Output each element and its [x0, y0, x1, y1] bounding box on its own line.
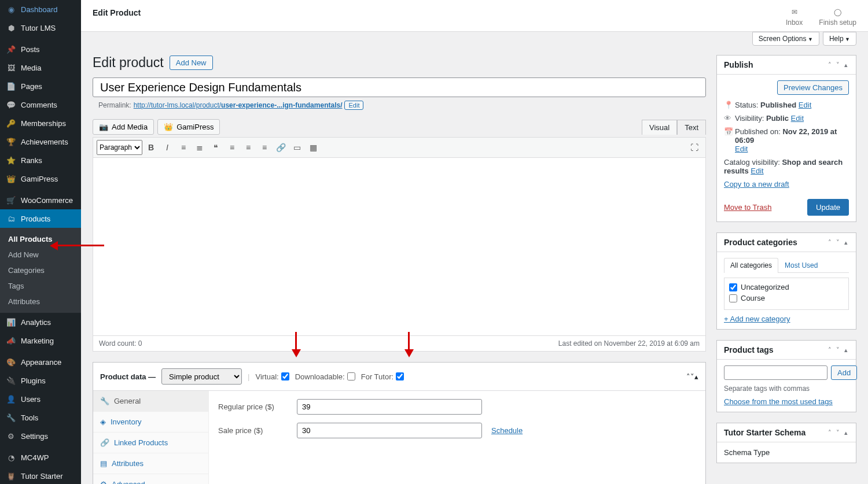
- sidebar-item-products[interactable]: 🗂Products: [0, 209, 81, 228]
- text-tab[interactable]: Text: [677, 120, 706, 135]
- box-up-icon[interactable]: ˄: [827, 429, 833, 437]
- sidebar-item-dashboard[interactable]: ◉Dashboard: [0, 0, 81, 19]
- box-down-icon[interactable]: ˅: [690, 372, 694, 381]
- sidebar-item-gamipress[interactable]: 👑GamiPress: [0, 169, 81, 188]
- sidebar-item-ranks[interactable]: ⭐Ranks: [0, 151, 81, 169]
- submenu-all-products[interactable]: All Products: [0, 231, 81, 247]
- box-toggle-icon[interactable]: ▴: [843, 346, 849, 354]
- align-right-button[interactable]: ≡: [257, 140, 272, 155]
- ul-button[interactable]: ≡: [176, 140, 191, 155]
- add-new-category-link[interactable]: + Add new category: [724, 315, 790, 323]
- catalog-edit-link[interactable]: Edit: [751, 167, 763, 175]
- most-used-tab[interactable]: Most Used: [778, 258, 824, 272]
- box-toggle-icon[interactable]: ▴: [843, 429, 849, 437]
- date-edit-link[interactable]: Edit: [735, 145, 748, 153]
- schedule-link[interactable]: Schedule: [491, 426, 523, 435]
- box-toggle-icon[interactable]: ▴: [694, 372, 698, 381]
- submenu-attributes[interactable]: Attributes: [0, 294, 81, 309]
- downloadable-checkbox[interactable]: [347, 372, 355, 380]
- sidebar-item-media[interactable]: 🖼Media: [0, 58, 81, 77]
- copy-draft-link[interactable]: Copy to a new draft: [724, 180, 789, 189]
- inbox-button[interactable]: ✉Inbox: [786, 8, 803, 27]
- sidebar-submenu-products: All Products Add New Categories Tags Att…: [0, 228, 81, 313]
- tag-add-button[interactable]: Add: [831, 365, 857, 380]
- permalink-edit-button[interactable]: Edit: [344, 101, 363, 110]
- sidebar-item-comments[interactable]: 💬Comments: [0, 95, 81, 114]
- tag-input[interactable]: [724, 365, 827, 380]
- align-center-button[interactable]: ≡: [241, 140, 256, 155]
- pd-tab-general[interactable]: 🔧General: [93, 391, 208, 412]
- visual-tab[interactable]: Visual: [642, 120, 677, 135]
- update-button[interactable]: Update: [807, 199, 849, 216]
- sidebar-item-tools[interactable]: 🔧Tools: [0, 408, 81, 427]
- trash-link[interactable]: Move to Trash: [724, 203, 771, 212]
- toolbar-toggle-button[interactable]: ▦: [306, 140, 321, 155]
- sidebar-item-analytics[interactable]: 📊Analytics: [0, 313, 81, 331]
- sidebar-item-memberships[interactable]: 🔑Memberships: [0, 114, 81, 132]
- gamipress-button[interactable]: 👑GamiPress: [157, 119, 220, 135]
- sidebar-item-appearance[interactable]: 🎨Appearance: [0, 353, 81, 371]
- regular-price-input[interactable]: [297, 399, 482, 415]
- box-down-icon[interactable]: ˅: [835, 346, 841, 354]
- add-media-button[interactable]: 📷Add Media: [93, 119, 154, 135]
- visibility-edit-link[interactable]: Edit: [791, 114, 804, 123]
- box-toggle-icon[interactable]: ▴: [843, 239, 849, 246]
- for-tutor-checkbox[interactable]: [396, 372, 404, 380]
- add-new-button[interactable]: Add New: [170, 56, 213, 70]
- pd-tab-advanced[interactable]: ⚙Advanced: [93, 474, 208, 484]
- box-up-icon[interactable]: ˄: [827, 346, 833, 354]
- bold-button[interactable]: B: [144, 140, 159, 155]
- preview-button[interactable]: Preview Changes: [777, 80, 849, 95]
- sidebar-item-tutor-starter[interactable]: 🦉Tutor Starter: [0, 467, 81, 484]
- pd-tab-attributes[interactable]: ▤Attributes: [93, 453, 208, 474]
- box-down-icon[interactable]: ˅: [835, 239, 841, 246]
- box-toggle-icon[interactable]: ▴: [843, 61, 849, 69]
- category-item-course[interactable]: Course: [729, 294, 844, 302]
- publish-title: Publish: [724, 60, 753, 69]
- sidebar-item-marketing[interactable]: 📣Marketing: [0, 331, 81, 350]
- sidebar-item-pages[interactable]: 📄Pages: [0, 77, 81, 95]
- box-down-icon[interactable]: ˅: [835, 61, 841, 69]
- product-type-select[interactable]: Simple product: [161, 368, 242, 385]
- all-categories-tab[interactable]: All categories: [724, 258, 778, 273]
- box-up-icon[interactable]: ˄: [827, 61, 833, 69]
- submenu-tags[interactable]: Tags: [0, 278, 81, 294]
- readmore-button[interactable]: ▭: [289, 140, 304, 155]
- circle-icon: ◯: [834, 8, 841, 16]
- sidebar-item-woocommerce[interactable]: 🛒WooCommerce: [0, 191, 81, 209]
- sidebar-item-posts[interactable]: 📌Posts: [0, 40, 81, 58]
- link-button[interactable]: 🔗: [273, 140, 288, 155]
- product-title-input[interactable]: [93, 77, 706, 97]
- pd-tab-linked[interactable]: 🔗Linked Products: [93, 433, 208, 453]
- sale-price-input[interactable]: [297, 423, 482, 438]
- finish-setup-button[interactable]: ◯Finish setup: [819, 8, 856, 27]
- submenu-add-new[interactable]: Add New: [0, 247, 81, 263]
- choose-tags-link[interactable]: Choose from the most used tags: [724, 397, 833, 406]
- virtual-checkbox[interactable]: [281, 372, 289, 380]
- permalink-link[interactable]: http://tutor-lms.local/product/user-expe…: [134, 101, 343, 109]
- sidebar-item-plugins[interactable]: 🔌Plugins: [0, 371, 81, 390]
- category-checkbox[interactable]: [729, 283, 737, 291]
- status-edit-link[interactable]: Edit: [799, 101, 811, 109]
- submenu-categories[interactable]: Categories: [0, 263, 81, 278]
- align-left-button[interactable]: ≡: [225, 140, 240, 155]
- quote-button[interactable]: ❝: [208, 140, 223, 155]
- pd-tab-inventory[interactable]: ◈Inventory: [93, 412, 208, 433]
- sidebar-item-achievements[interactable]: 🏆Achievements: [0, 132, 81, 151]
- box-up-icon[interactable]: ˄: [686, 372, 690, 381]
- editor-content[interactable]: [93, 158, 706, 336]
- italic-button[interactable]: I: [160, 140, 175, 155]
- sidebar-item-tutor-lms[interactable]: ⬢Tutor LMS: [0, 19, 81, 37]
- sidebar-item-users[interactable]: 👤Users: [0, 390, 81, 408]
- category-checkbox[interactable]: [729, 294, 737, 302]
- box-down-icon[interactable]: ˅: [835, 429, 841, 437]
- sidebar-item-mc4wp[interactable]: ◔MC4WP: [0, 448, 81, 467]
- paragraph-select[interactable]: Paragraph: [97, 140, 142, 155]
- screen-options-tab[interactable]: Screen Options: [752, 32, 819, 46]
- category-item-uncategorized[interactable]: Uncategorized: [729, 283, 844, 291]
- help-tab[interactable]: Help: [823, 32, 856, 46]
- ol-button[interactable]: ≣: [192, 140, 207, 155]
- fullscreen-button[interactable]: ⛶: [687, 140, 702, 155]
- box-up-icon[interactable]: ˄: [827, 239, 833, 246]
- sidebar-item-settings[interactable]: ⚙Settings: [0, 427, 81, 445]
